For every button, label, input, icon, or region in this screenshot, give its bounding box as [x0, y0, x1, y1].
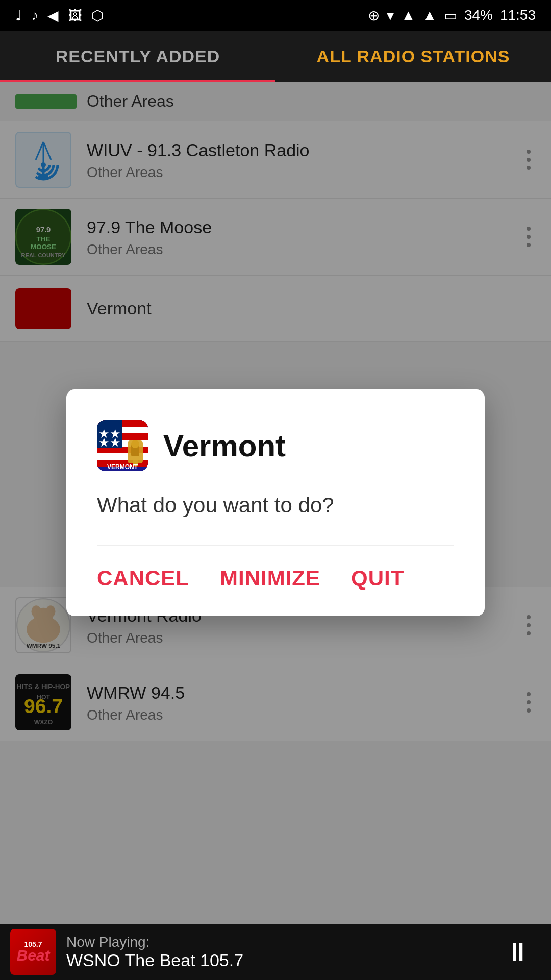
svg-text:VERMONT: VERMONT [107, 463, 138, 471]
music-icon-1: ♩ [15, 7, 22, 24]
layers-icon: ⬡ [91, 7, 104, 24]
cancel-button[interactable]: CANCEL [97, 561, 189, 596]
add-icon: ⊕ [368, 7, 380, 24]
back-icon: ◀ [47, 7, 59, 24]
signal-icon-2: ▲ [422, 7, 437, 23]
signal-icon: ▲ [401, 7, 415, 23]
modal-header: ★★ ★★ VERMONT Vermont [97, 420, 454, 471]
now-playing-label: Now Playing: [66, 934, 495, 950]
wifi-icon: ▾ [387, 7, 394, 24]
modal-dialog: ★★ ★★ VERMONT Vermont What do you want t… [66, 389, 485, 616]
modal-title: Vermont [163, 428, 286, 463]
battery-level: 34% [464, 7, 493, 23]
svg-point-38 [131, 440, 139, 448]
modal-app-icon: ★★ ★★ VERMONT [97, 420, 148, 471]
now-playing-logo: 105.7 Beat [10, 929, 56, 975]
main-content: Other Areas [0, 82, 551, 924]
tab-recently-added[interactable]: RECENTLY ADDED [0, 31, 276, 82]
svg-text:★★: ★★ [98, 435, 121, 449]
now-playing-bar[interactable]: 105.7 Beat Now Playing: WSNO The Beat 10… [0, 924, 551, 980]
now-playing-station: WSNO The Beat 105.7 [66, 950, 495, 970]
modal-buttons: CANCEL MINIMIZE QUIT [97, 561, 454, 596]
now-playing-info: Now Playing: WSNO The Beat 105.7 [66, 934, 495, 970]
top-tabs: RECENTLY ADDED ALL RADIO STATIONS [0, 31, 551, 82]
modal-divider [97, 545, 454, 546]
status-bar: ♩ ♪ ◀ 🖼 ⬡ ⊕ ▾ ▲ ▲ ▭ 34% 11:53 [0, 0, 551, 31]
minimize-button[interactable]: MINIMIZE [220, 561, 320, 596]
status-bar-right: ⊕ ▾ ▲ ▲ ▭ 34% 11:53 [368, 7, 536, 24]
status-bar-left: ♩ ♪ ◀ 🖼 ⬡ [15, 7, 104, 24]
quit-button[interactable]: QUIT [351, 561, 404, 596]
image-icon: 🖼 [68, 7, 82, 24]
tab-all-radio-stations[interactable]: ALL RADIO STATIONS [276, 31, 551, 82]
time-display: 11:53 [500, 7, 536, 23]
modal-question: What do you want to do? [97, 492, 454, 520]
modal-backdrop: ★★ ★★ VERMONT Vermont What do you want t… [0, 82, 551, 924]
music-icon-2: ♪ [31, 7, 38, 23]
battery-icon: ▭ [444, 7, 457, 24]
pause-button[interactable]: ⏸ [495, 932, 541, 972]
